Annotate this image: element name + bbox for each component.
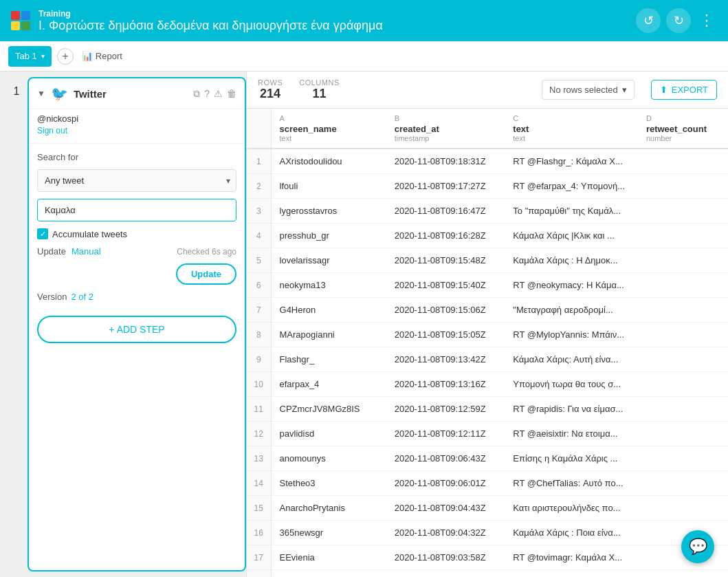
cell-created-at: 2020-11-08T09:16:47Z <box>386 199 505 224</box>
cell-screen-name: presshub_gr <box>271 224 386 248</box>
chat-button[interactable]: 💬 <box>681 530 714 563</box>
table-row[interactable]: 8 MArapogianni 2020-11-08T09:15:05Z RT @… <box>247 323 728 347</box>
redo-button[interactable]: ↻ <box>666 8 691 33</box>
tab-report-button[interactable]: 📊 Report <box>82 51 122 61</box>
col-c-letter: C <box>513 114 630 122</box>
undo-button[interactable]: ↺ <box>636 8 661 33</box>
col-d-letter: D <box>646 114 720 122</box>
step-number: 1 <box>5 72 27 577</box>
collapse-button[interactable]: ▼ <box>37 89 45 98</box>
row-number: 7 <box>247 298 271 323</box>
row-number: 5 <box>247 248 271 273</box>
row-number: 11 <box>247 397 271 422</box>
add-step-button[interactable]: + ADD STEP <box>37 316 236 343</box>
cell-retweet-count <box>638 298 728 323</box>
table-row[interactable]: 17 EEvienia 2020-11-08T09:03:58Z RT @tov… <box>247 545 728 570</box>
chevron-down-icon: ▾ <box>226 176 230 186</box>
table-row[interactable]: 12 pavlidisd 2020-11-08T09:12:11Z RT @ae… <box>247 422 728 446</box>
cell-text: Καμάλα Χάρις : Ποια είνα... <box>505 521 638 545</box>
data-table: A screen_name text B created_at timestam… <box>247 109 728 577</box>
tab-add-button[interactable]: + <box>57 48 74 65</box>
no-rows-selected-text: No rows selected <box>549 85 618 95</box>
search-input[interactable] <box>37 199 236 221</box>
table-row[interactable]: 11 CPZmcrJV8MGz8IS 2020-11-08T09:12:59Z … <box>247 397 728 422</box>
accumulate-checkbox[interactable]: ✓ <box>37 228 48 239</box>
cell-screen-name: efarpax_4 <box>271 372 386 397</box>
sidebar-header-actions: ⧉ ? ⚠ 🗑 <box>193 88 236 100</box>
sidebar-body: Search for Any tweet ▾ ✓ Accumulate twee… <box>29 144 245 310</box>
cell-text: Υπομονή τωρα θα τους σ... <box>505 372 638 397</box>
sidebar-account: @nickospi Sign out <box>29 109 245 144</box>
data-table-container: A screen_name text B created_at timestam… <box>247 109 728 577</box>
cell-created-at: 2020-11-08T09:16:28Z <box>386 224 505 248</box>
row-num-header <box>247 109 271 149</box>
table-row[interactable]: 10 efarpax_4 2020-11-08T09:13:16Z Υπομον… <box>247 372 728 397</box>
col-b-letter: B <box>395 114 497 122</box>
row-number: 16 <box>247 521 271 545</box>
more-button[interactable]: ⋮ <box>696 9 717 32</box>
col-b-type: timestamp <box>395 134 497 142</box>
table-row[interactable]: 15 AnarchoPrytanis 2020-11-08T09:04:43Z … <box>247 496 728 521</box>
table-row[interactable]: 5 lovelarissagr 2020-11-08T09:15:48Z Καμ… <box>247 248 728 273</box>
col-b-name: created_at <box>395 124 497 134</box>
question-icon[interactable]: ? <box>204 88 210 100</box>
cell-screen-name: VassilisNolba <box>271 570 386 578</box>
sign-out-link[interactable]: Sign out <box>37 126 67 135</box>
export-button[interactable]: ⬆ EXPORT <box>651 80 717 100</box>
table-row[interactable]: 13 anomounys 2020-11-08T09:06:43Z Επίσης… <box>247 446 728 471</box>
logo-green <box>21 21 30 30</box>
cell-created-at: 2020-11-08T09:18:31Z <box>386 149 505 174</box>
columns-stat: COLUMNS 11 <box>299 78 340 101</box>
cell-text: Το "παραμύθι" της Καμάλ... <box>505 199 638 224</box>
cell-text: Επίσης η Καμάλα Χάρις ... <box>505 446 638 471</box>
cell-created-at: 2020-11-08T09:15:05Z <box>386 323 505 347</box>
cell-screen-name: lygerosstavros <box>271 199 386 224</box>
table-row[interactable]: 7 G4Heron 2020-11-08T09:15:06Z "Μεταγραφ… <box>247 298 728 323</box>
table-row[interactable]: 18 VassilisNolba 2020-11-08T09:03:03Z RT… <box>247 570 728 578</box>
data-toolbar: ROWS 214 COLUMNS 11 No rows selected ▾ ⬆… <box>247 72 728 109</box>
table-row[interactable]: 3 lygerosstavros 2020-11-08T09:16:47Z Το… <box>247 199 728 224</box>
cell-screen-name: Flashgr_ <box>271 347 386 372</box>
table-row[interactable]: 16 365newsgr 2020-11-08T09:04:32Z Καμάλα… <box>247 521 728 545</box>
copy-icon[interactable]: ⧉ <box>193 88 200 100</box>
alert-icon[interactable]: ⚠ <box>214 88 223 100</box>
cell-screen-name: neokyma13 <box>271 273 386 298</box>
table-row[interactable]: 4 presshub_gr 2020-11-08T09:16:28Z Κάμαλ… <box>247 224 728 248</box>
cell-text: Καμάλα Χάρις : Η Δημοκ... <box>505 248 638 273</box>
rows-value: 214 <box>260 87 280 101</box>
table-row[interactable]: 9 Flashgr_ 2020-11-08T09:13:42Z Κάμαλα Χ… <box>247 347 728 372</box>
cell-text: "Μεταγραφή αεροδρομί... <box>505 298 638 323</box>
search-for-label: Search for <box>37 152 236 162</box>
tab-chevron-icon: ▾ <box>41 52 45 60</box>
delete-icon[interactable]: 🗑 <box>227 88 236 100</box>
tweet-type-select[interactable]: Any tweet ▾ <box>37 169 236 192</box>
col-c-type: text <box>513 134 630 142</box>
cell-retweet-count <box>638 224 728 248</box>
row-number: 1 <box>247 149 271 174</box>
cell-screen-name: lovelarissagr <box>271 248 386 273</box>
account-name: @nickospi <box>37 113 236 124</box>
bar-chart-icon: 📊 <box>82 51 93 61</box>
col-d-header: D retweet_count number <box>638 109 728 149</box>
table-row[interactable]: 6 neokyma13 2020-11-08T09:15:40Z RT @neo… <box>247 273 728 298</box>
cell-retweet-count <box>638 372 728 397</box>
row-number: 14 <box>247 471 271 496</box>
tweet-type-display: Any tweet <box>38 170 236 191</box>
header-title-group: Training Ι. Φορτώστε δημόσια δεδομένα κα… <box>38 9 628 33</box>
logo-red <box>11 11 20 20</box>
col-d-type: number <box>646 134 720 142</box>
row-select-dropdown[interactable]: No rows selected ▾ <box>542 80 635 100</box>
col-d-name: retweet_count <box>646 124 720 134</box>
row-number: 9 <box>247 347 271 372</box>
row-number: 4 <box>247 224 271 248</box>
cell-text: RT @ChefTalias: Αυτό πο... <box>505 570 638 578</box>
update-button[interactable]: Update <box>176 263 236 285</box>
cell-text: RT @tovimagr: Καμάλα Χ... <box>505 545 638 570</box>
tab-1[interactable]: Tab 1 ▾ <box>8 46 52 67</box>
main-layout: 1 ▼ 🐦 Twitter ⧉ ? ⚠ 🗑 @nickospi Sign out… <box>0 72 728 577</box>
cell-created-at: 2020-11-08T09:03:03Z <box>386 570 505 578</box>
cell-screen-name: EEvienia <box>271 545 386 570</box>
table-row[interactable]: 14 Stetheo3 2020-11-08T09:06:01Z RT @Che… <box>247 471 728 496</box>
table-row[interactable]: 1 AXristodoulidou 2020-11-08T09:18:31Z R… <box>247 149 728 174</box>
table-row[interactable]: 2 lfouli 2020-11-08T09:17:27Z RT @efarpa… <box>247 174 728 199</box>
